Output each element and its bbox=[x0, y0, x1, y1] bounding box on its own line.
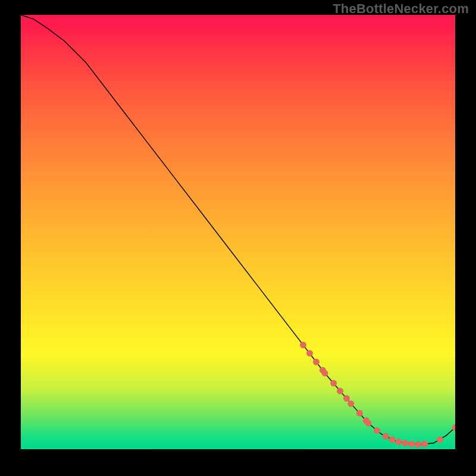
curve-marker bbox=[313, 359, 320, 365]
curve-marker bbox=[374, 427, 380, 434]
watermark-text: TheBottleNecker.com bbox=[333, 1, 469, 17]
curve-marker bbox=[356, 410, 363, 416]
curve-marker bbox=[365, 420, 372, 427]
curve-marker bbox=[437, 436, 443, 443]
curve-marker bbox=[396, 439, 402, 445]
curve-line bbox=[21, 15, 455, 444]
curve-marker bbox=[306, 350, 313, 356]
curve-marker bbox=[347, 400, 354, 407]
curve-marker bbox=[409, 441, 415, 447]
curve-marker bbox=[337, 388, 343, 394]
curve-marker bbox=[383, 433, 389, 440]
curve-marker bbox=[415, 441, 421, 447]
curve-marker bbox=[421, 441, 428, 447]
curve-marker bbox=[330, 380, 337, 387]
curve-marker bbox=[389, 436, 396, 443]
curve-marker bbox=[402, 440, 409, 446]
bottleneck-curve bbox=[21, 15, 455, 449]
curve-marker bbox=[343, 395, 350, 402]
curve-marker bbox=[300, 342, 306, 348]
curve-marker bbox=[322, 370, 328, 377]
